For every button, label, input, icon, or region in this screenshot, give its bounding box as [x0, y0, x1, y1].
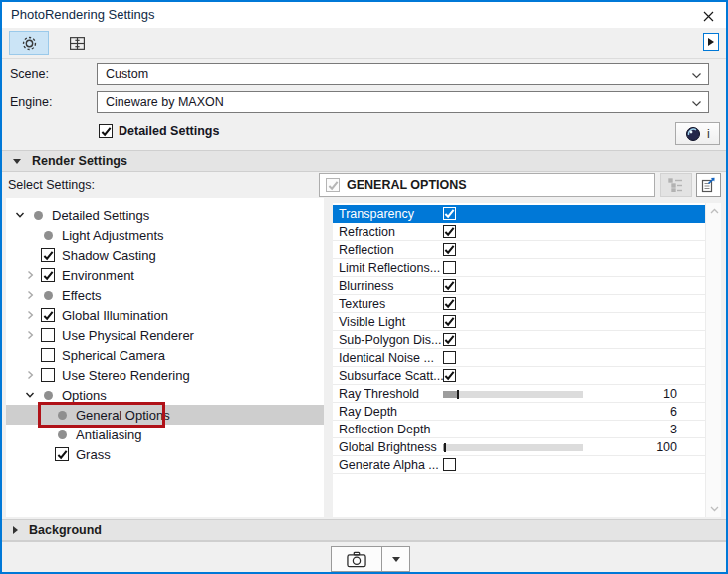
option-row-sub-polygon-dis[interactable]: Sub-Polygon Dis...	[333, 331, 721, 349]
detailed-settings-checkbox[interactable]	[99, 124, 113, 138]
check-icon	[328, 180, 339, 191]
option-checkbox[interactable]	[443, 458, 456, 471]
detailed-settings-checkbox-row[interactable]: Detailed Settings	[99, 124, 219, 138]
tree-item-shadow-casting[interactable]: Shadow Casting	[6, 245, 324, 265]
check-icon	[43, 310, 54, 321]
option-label: Blurriness	[339, 277, 394, 295]
scroll-up-icon[interactable]	[706, 203, 722, 219]
scene-dropdown[interactable]: Custom	[97, 63, 709, 85]
render-options-dropdown-button[interactable]	[382, 546, 410, 572]
general-options-list: TransparencyRefractionReflectionLimit Re…	[333, 203, 721, 517]
tree-expander-spacer	[22, 247, 38, 263]
tree-expander-spacer	[36, 446, 52, 462]
tree-item-antialiasing[interactable]: Antialiasing	[6, 425, 324, 444]
detailed-settings-label: Detailed Settings	[119, 124, 219, 138]
list-scrollbar[interactable]	[705, 203, 721, 517]
option-value[interactable]: 6	[670, 403, 677, 421]
tree-item-use-physical-renderer[interactable]: Use Physical Renderer	[6, 325, 324, 345]
option-slider[interactable]	[443, 391, 583, 398]
option-row-reflection-depth[interactable]: Reflection Depth3	[333, 421, 721, 438]
tree-expand-icon[interactable]	[22, 287, 38, 303]
tree-checkbox[interactable]	[40, 347, 56, 363]
option-row-visible-light[interactable]: Visible Light	[333, 313, 721, 331]
tree-item-label: Effects	[62, 288, 102, 303]
option-checkbox[interactable]	[443, 333, 456, 346]
scroll-down-icon[interactable]	[706, 501, 722, 517]
slider-handle[interactable]	[457, 390, 459, 399]
tree-item-options[interactable]: Options	[6, 385, 324, 405]
tree-checkbox[interactable]	[40, 267, 56, 283]
detach-panel-button[interactable]	[703, 33, 719, 51]
option-row-reflection[interactable]: Reflection	[333, 241, 721, 259]
option-row-identical-noise[interactable]: Identical Noise ...	[333, 349, 721, 367]
option-value[interactable]: 100	[656, 438, 677, 456]
tree-item-effects[interactable]: Effects	[6, 285, 324, 305]
option-row-ray-threshold[interactable]: Ray Threshold10	[333, 385, 721, 403]
engine-info-button[interactable]: i	[675, 122, 720, 145]
tree-expand-icon[interactable]	[22, 307, 38, 323]
tree-item-spherical-camera[interactable]: Spherical Camera	[6, 345, 324, 365]
option-row-ray-depth[interactable]: Ray Depth6	[333, 403, 721, 421]
tree-checkbox[interactable]	[40, 307, 56, 323]
tree-expand-icon[interactable]	[22, 267, 38, 283]
option-checkbox[interactable]	[443, 279, 456, 292]
option-checkbox[interactable]	[443, 351, 456, 364]
option-checkbox[interactable]	[443, 369, 456, 382]
option-row-limit-reflections[interactable]: Limit Reflections...	[333, 259, 721, 277]
tree-expand-icon[interactable]	[22, 327, 38, 343]
tree-item-light-adjustments[interactable]: Light Adjustments	[6, 225, 324, 245]
option-checkbox[interactable]	[443, 297, 456, 310]
option-label: Ray Threshold	[339, 385, 419, 403]
option-checkbox[interactable]	[443, 207, 456, 220]
tree-item-global-illumination[interactable]: Global Illumination	[6, 305, 324, 325]
tree-item-label: Use Physical Renderer	[62, 328, 194, 343]
tree-item-general-options[interactable]: General Options	[6, 405, 324, 425]
render-settings-section-header[interactable]: Render Settings	[2, 150, 726, 172]
tree-item-label: Spherical Camera	[62, 348, 165, 363]
render-window-tab-button[interactable]	[57, 31, 97, 55]
option-row-refraction[interactable]: Refraction	[333, 223, 721, 241]
option-row-generate-alpha[interactable]: Generate Alpha ...	[333, 456, 721, 474]
option-value[interactable]: 3	[670, 421, 677, 438]
split-view-icon	[69, 35, 86, 52]
check-icon	[43, 250, 54, 261]
option-row-subsurface-scatt[interactable]: Subsurface Scatt...	[333, 367, 721, 385]
tree-collapse-icon[interactable]	[12, 207, 28, 223]
section-expanded-icon	[13, 159, 21, 164]
tree-checkbox[interactable]	[40, 327, 56, 343]
option-row-blurriness[interactable]: Blurriness	[333, 277, 721, 295]
tree-item-grass[interactable]: Grass	[6, 444, 324, 464]
open-settings-popup-button[interactable]	[696, 173, 721, 197]
bullet-icon	[40, 227, 56, 243]
option-row-transparency[interactable]: Transparency	[333, 205, 721, 223]
tree-checkbox[interactable]	[40, 247, 56, 263]
engine-dropdown[interactable]: Cineware by MAXON	[97, 91, 709, 113]
tree-item-detailed-settings[interactable]: Detailed Settings	[6, 205, 324, 225]
option-value[interactable]: 10	[663, 385, 677, 403]
option-row-textures[interactable]: Textures	[333, 295, 721, 313]
slider-handle[interactable]	[444, 443, 446, 452]
tree-item-environment[interactable]: Environment	[6, 265, 324, 285]
option-checkbox[interactable]	[443, 243, 456, 256]
option-label: Reflection	[339, 241, 394, 259]
option-checkbox[interactable]	[443, 225, 456, 238]
tree-checkbox[interactable]	[40, 367, 56, 383]
tree-item-label: General Options	[76, 408, 170, 423]
start-rendering-button[interactable]	[331, 546, 382, 572]
check-icon	[101, 126, 112, 137]
option-checkbox[interactable]	[443, 261, 456, 274]
tree-item-use-stereo-rendering[interactable]: Use Stereo Rendering	[6, 365, 324, 385]
background-section-header[interactable]: Background	[2, 519, 726, 541]
option-label: Identical Noise ...	[339, 349, 434, 367]
tree-item-label: Antialiasing	[76, 428, 142, 442]
chevron-down-icon	[691, 70, 702, 81]
render-settings-tab-button[interactable]	[9, 31, 49, 55]
tree-expand-icon[interactable]	[22, 367, 38, 383]
option-slider[interactable]	[443, 444, 583, 451]
tree-collapse-icon[interactable]	[22, 387, 38, 403]
option-checkbox[interactable]	[443, 315, 456, 328]
close-button[interactable]	[698, 6, 718, 26]
option-row-global-brightness[interactable]: Global Brightness100	[333, 438, 721, 456]
settings-tree: Detailed SettingsLight AdjustmentsShadow…	[6, 198, 324, 517]
tree-checkbox[interactable]	[54, 446, 70, 462]
